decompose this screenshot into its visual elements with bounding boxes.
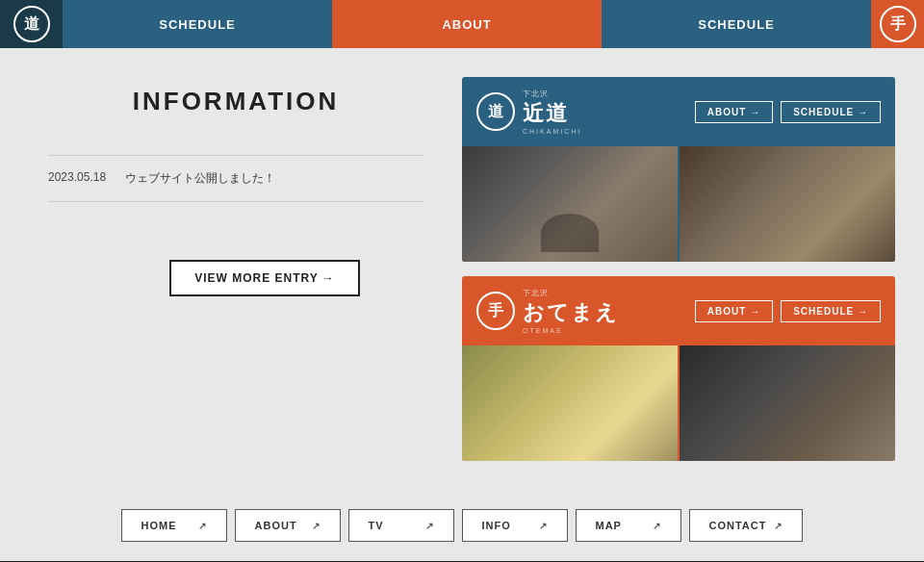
chikamichi-name-en: CHIKAMICHI <box>523 128 581 135</box>
site-logo[interactable]: 道 <box>0 0 63 48</box>
chikamichi-schedule-button[interactable]: SCHEDULE <box>781 101 881 123</box>
info-entry-1: 2023.05.18 ウェブサイト公開しました！ <box>48 155 424 201</box>
footer-nav-home-label: HOME <box>141 520 177 531</box>
chikamichi-logo-text: 下北沢 近道 CHIKAMICHI <box>523 89 581 135</box>
footer-nav-contact[interactable]: CONTACT ↗ <box>689 509 804 542</box>
card-header-otemae: 手 下北沢 おてまえ OTEMAE ABOUT SCHEDULE <box>462 276 895 345</box>
venue-card-chikamichi: 道 下北沢 近道 CHIKAMICHI ABOUT SCHEDULE <box>462 77 895 262</box>
chikamichi-buttons: ABOUT SCHEDULE <box>695 101 881 123</box>
nav-arrow-tv: ↗ <box>425 521 434 531</box>
header-nav-about[interactable]: ABOUT <box>332 0 602 48</box>
venue-card-otemae: 手 下北沢 おてまえ OTEMAE ABOUT SCHEDULE <box>462 276 895 461</box>
header-hand-logo[interactable]: 手 <box>871 0 924 48</box>
nav-label: SCHEDULE <box>698 17 775 32</box>
footer-nav-map-label: MAP <box>596 520 622 531</box>
main-content: INFORMATION 2023.05.18 ウェブサイト公開しました！ VIE… <box>0 48 924 490</box>
info-date: 2023.05.18 <box>48 170 106 187</box>
otemae-sub-label: 下北沢 <box>523 288 619 298</box>
view-more-button[interactable]: VIEW MORE ENTRY <box>169 260 360 296</box>
footer-nav-info[interactable]: INFO ↗ <box>462 509 568 542</box>
header-navigation: SCHEDULE ABOUT SCHEDULE <box>63 0 871 48</box>
hand-circle: 手 <box>880 6 916 42</box>
otemae-logo: 手 下北沢 おてまえ OTEMAE <box>476 288 619 334</box>
chikamichi-logo-circle: 道 <box>476 92 515 131</box>
otemae-name-en: OTEMAE <box>523 327 619 334</box>
chikamichi-image-1 <box>462 146 678 262</box>
information-title: INFORMATION <box>48 87 424 116</box>
footer-navigation: HOME ↗ ABOUT ↗ TV ↗ INFO ↗ MAP ↗ CONTACT… <box>0 490 924 561</box>
otemae-image-2 <box>680 345 895 461</box>
otemae-logo-char: 手 <box>488 301 503 321</box>
information-section: INFORMATION 2023.05.18 ウェブサイト公開しました！ VIE… <box>29 77 443 461</box>
otemae-logo-text: 下北沢 おてまえ OTEMAE <box>523 288 619 334</box>
otemae-images <box>462 345 895 461</box>
otemae-schedule-button[interactable]: SCHEDULE <box>781 300 881 322</box>
info-text: ウェブサイト公開しました！ <box>125 170 275 187</box>
header-nav-schedule-1[interactable]: SCHEDULE <box>63 0 332 48</box>
logo-circle: 道 <box>13 6 50 42</box>
card-header-chikamichi: 道 下北沢 近道 CHIKAMICHI ABOUT SCHEDULE <box>462 77 895 146</box>
otemae-name-jp: おてまえ <box>523 298 619 327</box>
nav-arrow-map: ↗ <box>653 521 661 531</box>
footer-nav-map[interactable]: MAP ↗ <box>576 509 681 542</box>
nav-arrow-home: ↗ <box>198 521 207 531</box>
nav-arrow-about: ↗ <box>312 521 321 531</box>
footer-nav-tv[interactable]: TV ↗ <box>348 509 454 542</box>
nav-arrow-contact: ↗ <box>774 521 783 531</box>
chikamichi-name-jp: 近道 <box>523 99 581 128</box>
chikamichi-about-button[interactable]: ABOUT <box>695 101 773 123</box>
chikamichi-logo: 道 下北沢 近道 CHIKAMICHI <box>476 89 581 135</box>
logo-char: 道 <box>24 14 39 35</box>
venue-cards-section: 道 下北沢 近道 CHIKAMICHI ABOUT SCHEDULE <box>462 77 895 461</box>
otemae-buttons: ABOUT SCHEDULE <box>695 300 881 322</box>
nav-label: ABOUT <box>442 17 491 32</box>
chikamichi-image-2 <box>680 146 895 262</box>
footer-nav-about[interactable]: ABOUT ↗ <box>235 509 341 542</box>
chikamichi-images <box>462 146 895 262</box>
hand-char: 手 <box>890 14 906 35</box>
nav-label: SCHEDULE <box>159 17 236 32</box>
footer-nav-tv-label: TV <box>369 520 384 531</box>
footer-nav-contact-label: CONTACT <box>709 520 767 531</box>
otemae-image-1 <box>462 345 678 461</box>
footer-nav-home[interactable]: HOME ↗ <box>121 509 227 542</box>
main-header: 道 SCHEDULE ABOUT SCHEDULE 手 <box>0 0 924 48</box>
chikamichi-logo-char: 道 <box>488 102 503 122</box>
nav-arrow-info: ↗ <box>539 521 548 531</box>
otemae-logo-circle: 手 <box>476 292 515 330</box>
chikamichi-sub-label: 下北沢 <box>523 89 581 99</box>
footer-nav-about-label: ABOUT <box>255 520 297 531</box>
header-nav-schedule-2[interactable]: SCHEDULE <box>602 0 871 48</box>
footer-nav-info-label: INFO <box>482 520 511 531</box>
otemae-about-button[interactable]: ABOUT <box>695 300 773 322</box>
